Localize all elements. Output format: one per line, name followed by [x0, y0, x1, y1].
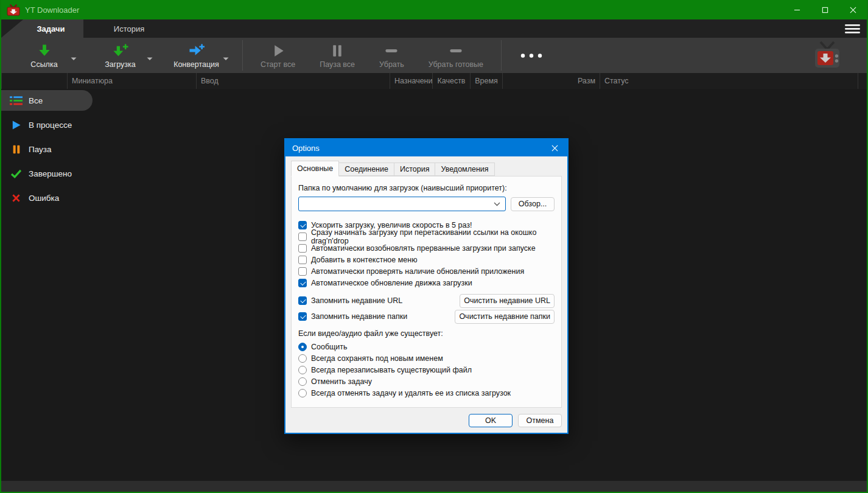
- default-folder-combobox[interactable]: [298, 197, 506, 211]
- checkbox-label: Запомнить недавние URL: [311, 296, 402, 305]
- sidebar-item[interactable]: В процессе: [1, 114, 105, 135]
- toolbar-button[interactable]: Конвертация: [161, 38, 232, 73]
- checkbox[interactable]: [298, 244, 307, 253]
- checkbox[interactable]: [298, 312, 307, 321]
- checkbox-label: Автоматически возобновлять прерванные за…: [311, 244, 536, 253]
- radio-row[interactable]: Отменить задачу: [298, 377, 555, 386]
- checkbox[interactable]: [298, 256, 307, 264]
- checkbox[interactable]: [298, 296, 307, 305]
- checkbox-label: Добавить в контекстное меню: [311, 256, 418, 264]
- dialog-tab-page: Папка по умолчанию для загрузок (наивысш…: [291, 176, 562, 408]
- sidebar-item-label: Пауза: [29, 145, 52, 154]
- play-icon: [270, 43, 286, 59]
- default-folder-label: Папка по умолчанию для загрузок (наивысш…: [298, 184, 555, 192]
- sidebar-item[interactable]: Все: [1, 90, 93, 111]
- cancel-button[interactable]: Отмена: [518, 414, 562, 427]
- checkbox[interactable]: [298, 267, 307, 276]
- toolbar-button[interactable]: Ссылка: [9, 38, 80, 73]
- sidebar-item-label: В процессе: [29, 121, 72, 130]
- checkbox-row[interactable]: Сразу начинать загрузку при перетаскиван…: [298, 233, 555, 241]
- options-dialog: Options Основные Соединение История Увед…: [284, 138, 569, 434]
- recent-row: Запомнить недавние папки Очистить недавн…: [298, 310, 555, 323]
- column-header-label: Миниатюра: [72, 77, 113, 85]
- pause-icon: [329, 43, 345, 59]
- radio-button[interactable]: [298, 366, 307, 374]
- chevron-down-icon[interactable]: [71, 52, 77, 63]
- toolbar-button[interactable]: Убрать готовые: [416, 38, 495, 73]
- link-download-icon: [37, 43, 52, 59]
- column-header[interactable]: Миниатюра: [67, 73, 196, 89]
- titlebar: YT Downloader: [1, 0, 867, 19]
- check-green-icon: [10, 168, 23, 179]
- radio-label: Отменить задачу: [311, 377, 372, 386]
- minus-icon: [383, 43, 399, 59]
- main-tab[interactable]: Задачи: [1, 19, 83, 38]
- default-folder-row: Обзор...: [298, 197, 555, 211]
- column-header[interactable]: Время: [470, 73, 502, 89]
- recent-group: Запомнить недавние URL Очистить недавние…: [298, 294, 555, 323]
- column-header-label: Время: [475, 77, 498, 85]
- sidebar-item[interactable]: Завершено: [1, 163, 105, 184]
- radio-row[interactable]: Всегда отменять задачу и удалять ее из с…: [298, 389, 555, 397]
- checkbox[interactable]: [298, 279, 307, 287]
- checkbox-row[interactable]: Автоматически проверять наличие обновлен…: [298, 267, 555, 276]
- main-tabstrip: Задачи История: [1, 19, 867, 38]
- checkbox-row[interactable]: Автоматическое обновление движка загрузк…: [298, 279, 555, 287]
- dialog-tab[interactable]: Основные: [291, 161, 339, 177]
- column-header[interactable]: Разм: [502, 73, 600, 89]
- dialog-footer: OK Отмена: [291, 408, 562, 433]
- column-header[interactable]: Качеств: [432, 73, 470, 89]
- checkbox-label: Автоматически проверять наличие обновлен…: [311, 267, 524, 276]
- chevron-down-icon[interactable]: [147, 52, 153, 63]
- maximize-button[interactable]: [811, 0, 839, 19]
- checkbox[interactable]: [298, 233, 307, 241]
- main-tab-label: Задачи: [37, 24, 65, 33]
- clear-recent-button[interactable]: Очистить недавние URL: [460, 294, 555, 308]
- radio-button[interactable]: [298, 377, 307, 386]
- radio-row[interactable]: Сообщить: [298, 343, 555, 351]
- column-header[interactable]: [858, 73, 867, 89]
- dialog-close-button[interactable]: [542, 139, 567, 156]
- main-tab[interactable]: История: [83, 19, 175, 38]
- browse-button[interactable]: Обзор...: [511, 197, 555, 211]
- column-header-label: Статус: [604, 77, 629, 85]
- chevron-down-icon[interactable]: [223, 52, 229, 63]
- sidebar-item[interactable]: Ошибка: [1, 187, 105, 208]
- dialog-tab[interactable]: История: [394, 163, 435, 176]
- combobox-chevron-icon[interactable]: [494, 202, 500, 206]
- clear-recent-button[interactable]: Очистить недавние папки: [455, 310, 555, 324]
- dialog-tab[interactable]: Соединение: [338, 163, 394, 176]
- toolbar-button-label: Конвертация: [173, 60, 219, 69]
- toolbar-button-label: Убрать готовые: [429, 60, 483, 69]
- radio-row[interactable]: Всегда сохранять под новым именем: [298, 354, 555, 363]
- close-button[interactable]: [839, 0, 867, 19]
- checkbox-label: Запомнить недавние папки: [311, 312, 407, 321]
- toolbar-button[interactable]: [507, 38, 556, 73]
- radio-button[interactable]: [298, 389, 307, 397]
- sidebar-item[interactable]: Пауза: [1, 139, 105, 159]
- checkbox-row[interactable]: Добавить в контекстное меню: [298, 256, 555, 264]
- radio-button[interactable]: [298, 354, 307, 363]
- toolbar-button[interactable]: Старт все: [248, 38, 307, 73]
- radio-button[interactable]: [298, 343, 307, 351]
- column-header[interactable]: [1, 73, 67, 89]
- checkbox-row[interactable]: Автоматически возобновлять прерванные за…: [298, 244, 555, 253]
- checkbox[interactable]: [298, 221, 307, 229]
- column-header[interactable]: Назначение: [390, 73, 432, 89]
- toolbar-button-label: Ссылка: [30, 60, 57, 69]
- toolbar-button[interactable]: Загрузка: [85, 38, 156, 73]
- toolbar-button[interactable]: Убрать: [367, 38, 416, 73]
- column-header[interactable]: Ввод: [196, 73, 390, 89]
- convert-plus-icon: [187, 43, 206, 59]
- ok-button[interactable]: OK: [469, 414, 513, 427]
- sidebar-item-label: Все: [29, 96, 43, 105]
- dialog-tab-label: Уведомления: [441, 165, 488, 173]
- main-tab-label: История: [114, 24, 144, 33]
- menu-button[interactable]: [838, 19, 867, 38]
- dialog-tab[interactable]: Уведомления: [435, 163, 494, 176]
- dialog-titlebar: Options: [285, 139, 567, 156]
- radio-row[interactable]: Всегда перезаписывать существующий файл: [298, 366, 555, 374]
- column-header[interactable]: Статус: [600, 73, 858, 89]
- minimize-button[interactable]: [783, 0, 811, 19]
- toolbar-button[interactable]: Пауза все: [307, 38, 367, 73]
